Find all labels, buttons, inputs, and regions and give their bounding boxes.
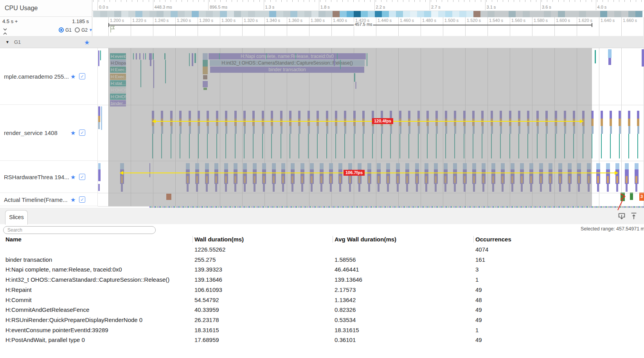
slice[interactable] bbox=[635, 176, 637, 183]
slice[interactable] bbox=[610, 134, 611, 158]
tab-slices[interactable]: Slices bbox=[5, 210, 28, 225]
cpu-strip-cell bbox=[565, 11, 572, 17]
slice[interactable] bbox=[601, 126, 603, 134]
slice[interactable] bbox=[98, 184, 100, 191]
slice[interactable] bbox=[635, 184, 637, 192]
zoom-ruler-label: 1.320 s bbox=[244, 18, 258, 23]
slice[interactable] bbox=[98, 50, 99, 66]
slice[interactable] bbox=[642, 49, 644, 67]
slice[interactable] bbox=[597, 176, 599, 183]
fps-badge[interactable]: 106.7fps bbox=[344, 170, 365, 176]
slice[interactable] bbox=[628, 119, 630, 126]
group-collapse-icon[interactable]: ▼ bbox=[5, 40, 9, 44]
cpu-strip-cell bbox=[311, 11, 318, 17]
slice[interactable] bbox=[637, 134, 638, 158]
slice[interactable] bbox=[98, 122, 100, 129]
slice[interactable] bbox=[615, 163, 619, 169]
slice[interactable] bbox=[100, 50, 101, 60]
slice[interactable] bbox=[628, 126, 630, 134]
table-cell: 18.31615 bbox=[335, 327, 359, 333]
track-checkbox[interactable]: ✓ bbox=[79, 174, 85, 180]
cpu-strip-cell bbox=[178, 11, 185, 17]
table-row[interactable]: H:Repaint106.610932.1757349 bbox=[0, 286, 644, 296]
slice[interactable] bbox=[597, 184, 599, 192]
track-star-icon[interactable]: ★ bbox=[70, 74, 76, 79]
slice[interactable] bbox=[619, 119, 621, 126]
track-row-label[interactable]: RSHardwareThrea 194...★✓ bbox=[0, 161, 98, 193]
table-row[interactable]: 1226.552624074 bbox=[0, 246, 644, 256]
track-row-label[interactable]: render_service 1408★✓ bbox=[0, 105, 98, 161]
slice[interactable] bbox=[635, 163, 639, 169]
slice[interactable] bbox=[607, 184, 609, 192]
slice[interactable] bbox=[610, 119, 612, 126]
flag-icon[interactable] bbox=[109, 25, 116, 34]
slice[interactable] bbox=[625, 163, 629, 169]
track-checkbox[interactable]: ✓ bbox=[79, 196, 85, 203]
column-header[interactable]: Name bbox=[5, 236, 22, 243]
slice[interactable] bbox=[619, 134, 620, 158]
slice[interactable] bbox=[596, 163, 600, 169]
track-checkbox[interactable]: ✓ bbox=[79, 130, 85, 136]
slice[interactable] bbox=[637, 111, 639, 119]
fps-badge[interactable]: 120.4fps bbox=[372, 118, 393, 124]
slice[interactable] bbox=[619, 126, 621, 134]
slice[interactable] bbox=[595, 50, 596, 63]
slice[interactable] bbox=[98, 169, 101, 181]
group-header-g1[interactable]: ▼ G1 ★ bbox=[0, 36, 644, 48]
slice[interactable] bbox=[98, 106, 100, 116]
slice[interactable] bbox=[610, 111, 612, 119]
slice[interactable] bbox=[616, 176, 618, 183]
radio-g1[interactable] bbox=[59, 27, 64, 32]
search-input[interactable] bbox=[3, 226, 156, 234]
radio-g2-label[interactable]: G2 bbox=[81, 27, 88, 33]
slice[interactable] bbox=[608, 49, 612, 58]
slice[interactable] bbox=[637, 126, 639, 134]
track-row-label[interactable]: Actual Timeline(Frame...★✓ bbox=[0, 193, 98, 206]
dock-bottom-icon[interactable] bbox=[617, 212, 626, 222]
frame-block[interactable]: 3 bbox=[639, 192, 644, 201]
slice[interactable] bbox=[601, 111, 603, 119]
table-row[interactable]: H:RSUniRender:QuickPrepareDisplayRenderN… bbox=[0, 317, 644, 326]
cpu-usage-strip[interactable] bbox=[0, 0, 644, 17]
group-star-icon[interactable]: ★ bbox=[84, 39, 90, 46]
slice[interactable] bbox=[619, 111, 621, 119]
slice[interactable] bbox=[628, 134, 629, 158]
cpu-strip-cell bbox=[466, 11, 473, 17]
group-dropdown-caret-icon[interactable]: ▼ bbox=[89, 28, 93, 32]
slice[interactable] bbox=[607, 176, 609, 183]
collapse-up-icon[interactable] bbox=[630, 212, 638, 222]
slice[interactable] bbox=[101, 106, 102, 130]
slice[interactable] bbox=[601, 119, 603, 126]
track-star-icon[interactable]: ★ bbox=[70, 130, 76, 136]
slice[interactable] bbox=[610, 126, 612, 134]
frame-block[interactable] bbox=[621, 192, 625, 201]
frame-block[interactable] bbox=[630, 192, 633, 200]
slice[interactable] bbox=[628, 111, 630, 119]
track-checkbox[interactable]: ✓ bbox=[79, 73, 85, 79]
slice[interactable] bbox=[98, 116, 100, 122]
slice[interactable] bbox=[626, 176, 628, 183]
table-row[interactable]: H:PostAndWait, parallel type 017.689590.… bbox=[0, 336, 644, 346]
track-star-icon[interactable]: ★ bbox=[70, 174, 76, 180]
column-header[interactable]: Wall duration(ms) bbox=[194, 236, 244, 243]
slice[interactable] bbox=[637, 119, 639, 126]
radio-g2[interactable] bbox=[75, 27, 80, 32]
slice[interactable] bbox=[616, 184, 618, 192]
column-header[interactable]: Avg Wall duration(ms) bbox=[335, 236, 396, 243]
table-row[interactable]: H:Napi complete, name:Release, traceid:0… bbox=[0, 266, 644, 276]
table-cell: 1.13642 bbox=[335, 297, 356, 303]
table-row[interactable]: H:Commit54.547921.1364248 bbox=[0, 297, 644, 306]
table-row[interactable]: H:CommitAndGetReleaseFence40.339590.8232… bbox=[0, 306, 644, 316]
slice[interactable] bbox=[606, 163, 610, 169]
slice[interactable] bbox=[98, 163, 101, 169]
track-star-icon[interactable]: ★ bbox=[70, 196, 76, 202]
track-row-label[interactable]: mple.camerademo 255...★✓ bbox=[0, 48, 98, 105]
radio-g1-label[interactable]: G1 bbox=[65, 27, 72, 33]
slice[interactable] bbox=[608, 58, 611, 65]
column-header[interactable]: Occurrences bbox=[475, 236, 511, 243]
slice[interactable] bbox=[601, 134, 602, 158]
table-row[interactable]: H:int32_t OHOS::CameraStandard::CaptureS… bbox=[0, 276, 644, 286]
table-row[interactable]: H:eventConsume pointerEventId:3928918.31… bbox=[0, 327, 644, 336]
slice[interactable] bbox=[626, 184, 628, 192]
table-row[interactable]: binder transaction255.2751.58556161 bbox=[0, 256, 644, 266]
